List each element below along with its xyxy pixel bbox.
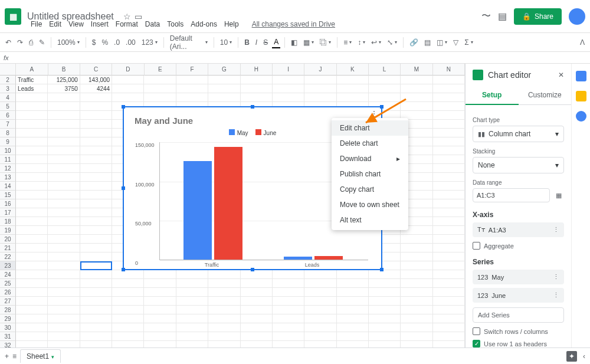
cell[interactable]: 125,000 — [48, 76, 80, 84]
switch-rows-cols-checkbox[interactable]: Switch rows / columns — [473, 327, 564, 335]
cell[interactable] — [144, 341, 176, 347]
cell[interactable] — [304, 306, 336, 314]
cell[interactable] — [401, 341, 432, 347]
cell[interactable] — [401, 288, 432, 297]
row-header[interactable]: 8 — [0, 129, 16, 137]
col-header[interactable]: C — [80, 64, 112, 76]
cell[interactable] — [48, 288, 80, 297]
cell[interactable] — [433, 235, 465, 244]
row1-headers-checkbox[interactable]: Use row 1 as headers — [473, 340, 564, 347]
row-header[interactable]: 26 — [0, 288, 16, 297]
cell[interactable] — [176, 341, 208, 347]
cell[interactable] — [241, 341, 273, 347]
cell[interactable] — [304, 323, 336, 332]
series-chip-june[interactable]: 123June⋮ — [473, 288, 564, 303]
cell[interactable] — [144, 76, 176, 84]
cell[interactable] — [16, 314, 48, 323]
cell[interactable] — [304, 279, 336, 288]
cell[interactable] — [208, 270, 240, 279]
cell[interactable] — [433, 164, 465, 173]
cell[interactable] — [337, 314, 369, 323]
cell[interactable] — [48, 323, 80, 332]
row-header[interactable]: 3 — [0, 84, 16, 93]
cell[interactable] — [433, 84, 465, 93]
cell[interactable] — [112, 93, 144, 102]
functions-icon[interactable]: Σ — [463, 37, 474, 48]
col-header[interactable]: M — [401, 64, 432, 76]
cell[interactable] — [80, 297, 112, 306]
cell[interactable] — [433, 323, 465, 332]
fontsize-dropdown[interactable]: 10 — [218, 37, 234, 48]
cell[interactable] — [80, 146, 112, 155]
cell[interactable] — [144, 84, 176, 93]
cell[interactable] — [112, 76, 144, 84]
row-header[interactable]: 2 — [0, 76, 16, 84]
ctx-download[interactable]: Download▸ — [332, 151, 408, 166]
col-header[interactable]: K — [337, 64, 369, 76]
cell[interactable] — [16, 306, 48, 314]
cell[interactable] — [16, 288, 48, 297]
cell[interactable] — [241, 314, 273, 323]
col-header[interactable]: H — [241, 64, 273, 76]
cell[interactable] — [48, 252, 80, 261]
cell[interactable] — [337, 341, 369, 347]
redo-icon[interactable]: ↷ — [15, 37, 25, 48]
cell[interactable] — [433, 270, 465, 279]
cell[interactable] — [433, 261, 465, 270]
cell[interactable] — [80, 191, 112, 199]
cell[interactable] — [433, 226, 465, 235]
menu-format[interactable]: Format — [113, 19, 141, 29]
cell[interactable] — [369, 323, 401, 332]
cell[interactable] — [16, 164, 48, 173]
text-color-icon[interactable]: A — [272, 37, 280, 48]
cell[interactable] — [208, 297, 240, 306]
cell[interactable] — [16, 341, 48, 347]
cell[interactable] — [433, 93, 465, 102]
menu-edit[interactable]: Edit — [46, 19, 64, 29]
cell[interactable] — [208, 341, 240, 347]
cell[interactable] — [433, 155, 465, 164]
row-header[interactable]: 19 — [0, 226, 16, 235]
cell[interactable] — [337, 76, 369, 84]
cell[interactable] — [80, 182, 112, 191]
cell[interactable] — [80, 111, 112, 120]
row-header[interactable]: 31 — [0, 332, 16, 341]
more-icon[interactable]: ⋮ — [553, 291, 559, 299]
decrease-decimal-icon[interactable]: .0 — [112, 37, 122, 48]
merge-icon[interactable]: ⿻ — [318, 37, 333, 48]
cell[interactable] — [433, 208, 465, 217]
tasks-icon[interactable] — [576, 111, 586, 122]
cell[interactable] — [433, 129, 465, 137]
all-sheets-icon[interactable]: ≡ — [12, 352, 17, 360]
cell[interactable] — [401, 252, 432, 261]
cell[interactable] — [401, 261, 432, 270]
cell[interactable] — [176, 314, 208, 323]
cell[interactable] — [369, 76, 401, 84]
cell[interactable] — [16, 270, 48, 279]
cell[interactable] — [80, 173, 112, 182]
cell[interactable] — [433, 244, 465, 252]
cell[interactable] — [48, 261, 80, 270]
cell[interactable] — [433, 288, 465, 297]
cell[interactable] — [369, 279, 401, 288]
comment-icon[interactable]: ▤ — [422, 37, 432, 48]
cell[interactable] — [176, 306, 208, 314]
sheet-tab-1[interactable]: Sheet1▾ — [20, 349, 61, 363]
cell[interactable] — [144, 314, 176, 323]
cell[interactable] — [16, 137, 48, 146]
cell[interactable] — [144, 306, 176, 314]
cell[interactable]: 3750 — [48, 84, 80, 93]
menu-addons[interactable]: Add-ons — [188, 19, 220, 29]
xaxis-chip[interactable]: TᴛA1:A3⋮ — [473, 222, 564, 237]
cell[interactable] — [369, 314, 401, 323]
cell[interactable] — [273, 306, 304, 314]
more-icon[interactable]: ⋮ — [553, 273, 559, 281]
cell[interactable] — [401, 102, 432, 111]
cell[interactable] — [273, 279, 304, 288]
cell[interactable] — [401, 93, 432, 102]
row-header[interactable]: 25 — [0, 279, 16, 288]
cell[interactable] — [433, 76, 465, 84]
cell[interactable]: Leads — [16, 84, 48, 93]
cell[interactable] — [48, 217, 80, 226]
cell[interactable] — [144, 270, 176, 279]
